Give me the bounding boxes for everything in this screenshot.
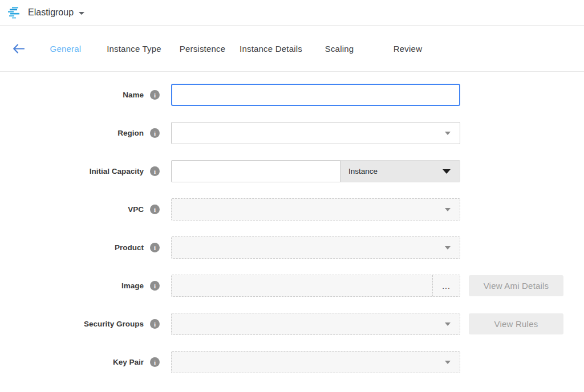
info-icon[interactable]: i: [150, 90, 160, 100]
app-switcher-label[interactable]: Elastigroup: [28, 7, 74, 18]
view-rules-button[interactable]: View Rules: [469, 313, 563, 334]
info-icon[interactable]: i: [150, 128, 160, 138]
region-label: Region: [117, 129, 144, 137]
key-pair-row: Key Pair i: [0, 351, 584, 373]
name-input[interactable]: [171, 84, 460, 106]
info-icon[interactable]: i: [150, 205, 160, 214]
initial-capacity-input[interactable]: [171, 160, 340, 182]
tab-review[interactable]: Review: [374, 44, 442, 54]
chevron-down-icon: [445, 361, 451, 364]
capacity-unit-value: Instance: [348, 167, 378, 175]
info-icon[interactable]: i: [150, 243, 160, 252]
info-icon[interactable]: i: [150, 166, 160, 176]
key-pair-label: Key Pair: [113, 358, 144, 366]
vpc-select: [171, 198, 460, 220]
image-browse-button[interactable]: ...: [432, 275, 460, 296]
image-input-value: [172, 275, 432, 296]
chevron-down-icon: [443, 169, 451, 174]
security-groups-row: Security Groups i View Rules: [0, 313, 584, 335]
product-row: Product i: [0, 236, 584, 259]
initial-capacity-row: Initial Capacity i Instance: [0, 160, 584, 182]
region-select[interactable]: [171, 122, 460, 144]
chevron-down-icon: [445, 132, 451, 135]
product-label: Product: [115, 243, 144, 252]
tab-persistence[interactable]: Persistence: [168, 44, 237, 54]
tab-instance-details[interactable]: Instance Details: [237, 44, 305, 54]
product-select: [171, 236, 460, 259]
tab-general[interactable]: General: [31, 44, 100, 54]
capacity-unit-select[interactable]: Instance: [340, 160, 460, 182]
info-icon[interactable]: i: [150, 357, 160, 367]
tab-instance-type[interactable]: Instance Type: [100, 44, 168, 54]
wizard-tab-bar: General Instance Type Persistence Instan…: [0, 26, 584, 72]
security-groups-label: Security Groups: [84, 320, 144, 328]
chevron-down-icon: [445, 246, 451, 250]
region-row: Region i: [0, 122, 584, 144]
name-label: Name: [123, 91, 144, 99]
chevron-down-icon[interactable]: [79, 12, 84, 15]
name-row: Name i: [0, 84, 584, 106]
vpc-label: VPC: [128, 205, 144, 214]
key-pair-select: [171, 351, 460, 373]
tab-scaling[interactable]: Scaling: [305, 44, 374, 54]
elastigroup-logo-icon: [8, 7, 22, 19]
general-settings-form: Name i Region i Initial Capacity i Insta…: [0, 72, 584, 373]
info-icon[interactable]: i: [150, 281, 160, 291]
chevron-down-icon: [445, 322, 451, 326]
vpc-row: VPC i: [0, 198, 584, 220]
security-groups-select: [171, 313, 460, 335]
image-row: Image i ... View Ami Details: [0, 275, 584, 297]
info-icon[interactable]: i: [150, 319, 160, 329]
arrow-left-icon: [13, 44, 25, 54]
image-input: ...: [171, 275, 460, 297]
top-bar: Elastigroup: [0, 0, 584, 26]
view-ami-details-button[interactable]: View Ami Details: [469, 275, 563, 296]
wizard-tabs: General Instance Type Persistence Instan…: [31, 44, 442, 54]
initial-capacity-label: Initial Capacity: [90, 167, 144, 175]
chevron-down-icon: [445, 208, 451, 211]
back-button[interactable]: [11, 42, 25, 55]
image-label: Image: [121, 281, 144, 290]
